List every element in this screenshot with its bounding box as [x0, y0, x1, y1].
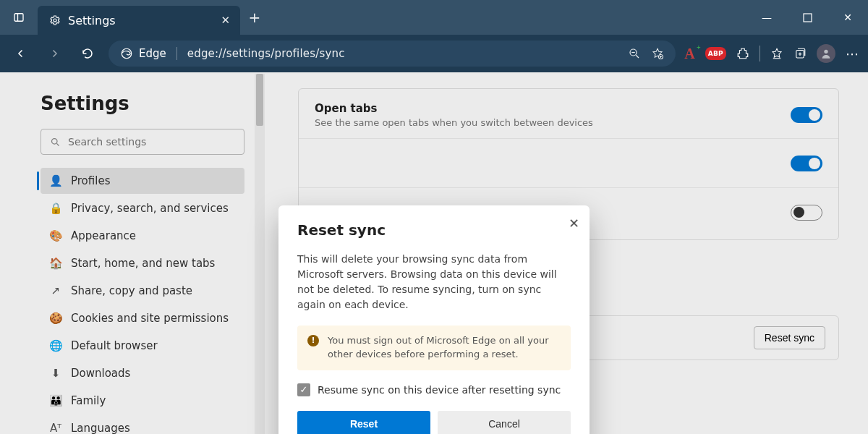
edge-logo-icon	[120, 47, 133, 60]
profile-avatar[interactable]	[817, 44, 835, 63]
svg-rect-3	[804, 14, 812, 22]
reset-sync-dialog: ✕ Reset sync This will delete your brows…	[278, 205, 590, 434]
favorites-button[interactable]	[770, 47, 783, 60]
back-button[interactable]	[9, 41, 33, 66]
warning-icon: !	[307, 335, 319, 346]
dialog-buttons: Reset Cancel	[297, 411, 571, 434]
url-text: edge://settings/profiles/sync	[187, 47, 345, 60]
tab-actions-button[interactable]	[0, 0, 38, 35]
browser-tab[interactable]: Settings ✕	[38, 6, 240, 35]
divider	[176, 47, 177, 60]
dialog-description: This will delete your browsing sync data…	[297, 252, 571, 312]
reset-confirm-button[interactable]: Reset	[297, 411, 430, 434]
window-controls: — ✕	[746, 2, 868, 33]
titlebar: Settings ✕ + — ✕	[0, 0, 868, 35]
dialog-warning: ! You must sign out of Microsoft Edge on…	[297, 326, 571, 370]
cancel-button[interactable]: Cancel	[438, 411, 571, 434]
dialog-close-button[interactable]: ✕	[569, 216, 579, 231]
resume-sync-checkbox[interactable]: ✓ Resume sync on this device after reset…	[297, 383, 571, 396]
modal-overlay: ✕ Reset sync This will delete your brows…	[0, 72, 868, 434]
extensions-area: A ABP ⋯	[684, 44, 859, 63]
forward-button[interactable]	[42, 41, 67, 66]
checkbox-label: Resume sync on this device after resetti…	[318, 384, 561, 396]
more-menu-button[interactable]: ⋯	[846, 46, 859, 61]
refresh-button[interactable]	[75, 41, 100, 66]
extensions-button[interactable]	[736, 47, 749, 60]
minimize-button[interactable]: —	[746, 2, 787, 33]
new-tab-button[interactable]: +	[240, 9, 269, 26]
favorite-add-icon[interactable]	[651, 47, 664, 60]
close-tab-button[interactable]: ✕	[221, 14, 230, 27]
checkbox-checked-icon: ✓	[297, 383, 310, 396]
edge-site-badge: Edge	[120, 47, 166, 60]
svg-line-6	[636, 55, 639, 58]
svg-point-2	[54, 19, 56, 22]
collections-button[interactable]	[793, 47, 807, 60]
svg-point-15	[824, 50, 827, 54]
warning-text: You must sign out of Microsoft Edge on a…	[328, 334, 561, 362]
extension-a-icon[interactable]: A	[684, 46, 694, 62]
address-bar[interactable]: Edge edge://settings/profiles/sync	[109, 41, 676, 67]
dialog-title: Reset sync	[297, 221, 571, 239]
tab-title: Settings	[68, 14, 116, 27]
close-window-button[interactable]: ✕	[827, 2, 868, 33]
settings-page: Settings Search settings 👤Profiles🔒Priva…	[0, 72, 868, 434]
extension-abp-icon[interactable]: ABP	[705, 47, 726, 60]
browser-toolbar: Edge edge://settings/profiles/sync A ABP…	[0, 35, 868, 72]
gear-icon	[49, 14, 61, 26]
zoom-out-icon[interactable]	[628, 47, 641, 60]
maximize-button[interactable]	[787, 2, 827, 33]
edge-label: Edge	[139, 47, 166, 60]
divider	[760, 46, 760, 61]
svg-rect-0	[14, 14, 23, 22]
